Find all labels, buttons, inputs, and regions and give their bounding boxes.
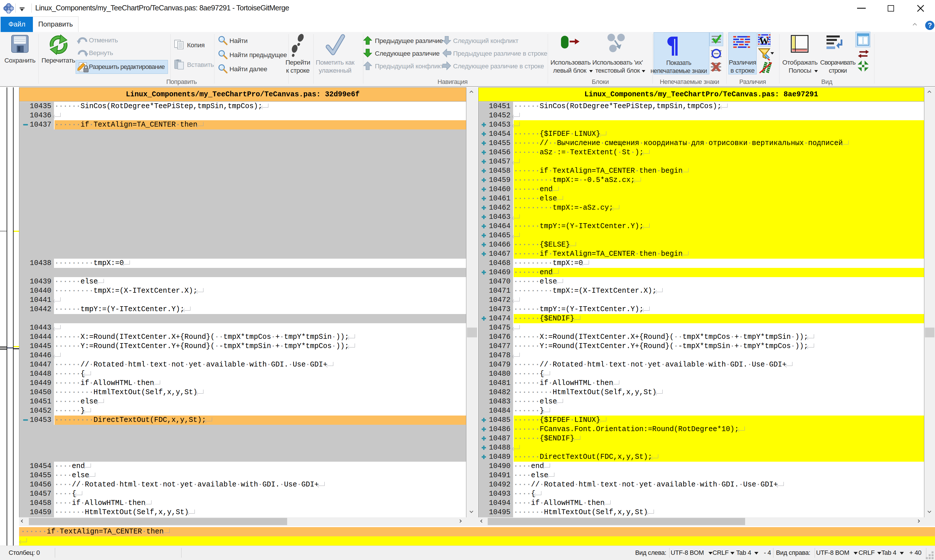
svg-text:?: ? (928, 22, 932, 29)
svg-text:W: W (759, 35, 769, 46)
